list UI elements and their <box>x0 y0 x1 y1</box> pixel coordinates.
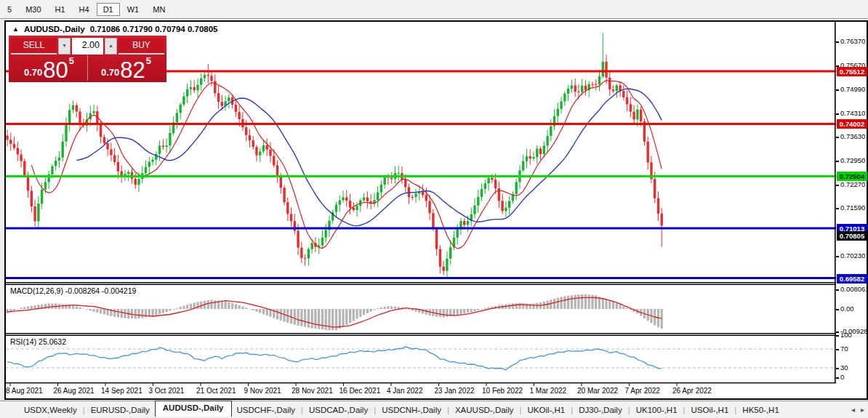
tab-usdcad-daily[interactable]: USDCAD-,Daily <box>304 403 373 417</box>
candle <box>560 97 562 113</box>
candle <box>113 148 116 165</box>
tab-usoil-h1[interactable]: USOil-,H1 <box>686 403 734 417</box>
axis-tick-mark <box>836 335 839 337</box>
candle <box>484 180 486 194</box>
macd-tick-label: 0.00 <box>840 305 854 313</box>
tab-scroll-left-icon[interactable]: ◂ <box>851 406 855 414</box>
candle <box>380 180 382 198</box>
candle <box>286 198 289 222</box>
candle <box>657 191 659 221</box>
tab-xauusd-daily[interactable]: XAUUSD-,Daily <box>450 403 519 417</box>
rsi-tick-label: 100 <box>840 331 852 339</box>
tab-eurusd-daily[interactable]: EURUSD-,Daily <box>86 403 155 417</box>
collapse-icon[interactable]: ▲ <box>12 25 19 33</box>
candle <box>180 103 182 119</box>
price-tick-label: 0.74990 <box>840 85 865 94</box>
price-tick-label: 0.76370 <box>840 37 865 46</box>
rsi-tick-label: 30 <box>840 363 848 372</box>
candle <box>259 148 261 162</box>
candle <box>228 94 230 108</box>
candle <box>321 230 324 249</box>
buy-price[interactable]: 0.70825 <box>87 55 164 81</box>
volume-decrease-button[interactable]: ▾ <box>58 38 71 55</box>
tab-hk50-h1[interactable]: HK50-,H1 <box>737 403 784 417</box>
candle <box>17 142 19 161</box>
candle <box>539 146 542 160</box>
tab-separator: | <box>628 406 630 414</box>
candle <box>481 183 483 201</box>
candle <box>487 176 489 190</box>
timeframe-w1[interactable]: W1 <box>121 3 146 16</box>
chart-window: 8 Aug 202126 Aug 202114 Sep 20213 Oct 20… <box>4 20 868 400</box>
tab-scroll-right-icon[interactable]: ▸ <box>861 406 864 414</box>
candle <box>345 190 347 207</box>
candle <box>647 137 649 170</box>
axis-tick-mark <box>836 368 839 369</box>
price-badge-074002: 0.74002 <box>837 119 867 129</box>
tab-separator: | <box>374 406 376 414</box>
axis-tick-mark <box>836 349 839 350</box>
timeframe-h1[interactable]: H1 <box>49 3 72 16</box>
candle <box>553 109 555 130</box>
tab-usdchf-daily[interactable]: USDCHF-,Daily <box>232 403 301 417</box>
tab-usdcnh-daily[interactable]: USDCNH-,Daily <box>377 403 446 417</box>
candle <box>563 92 566 106</box>
macd-layer <box>6 294 662 331</box>
tab-separator: | <box>83 406 85 414</box>
candle <box>408 184 410 204</box>
timeframe-5[interactable]: 5 <box>1 3 18 16</box>
timeframe-mn[interactable]: MN <box>146 3 172 16</box>
chart-symbol-label: AUDUSD-,Daily <box>24 25 85 33</box>
buy-button[interactable]: BUY <box>118 38 164 55</box>
trade-widget: SELL ▾ 2.00 ▴ BUY 0.70805 0.70825 <box>9 36 166 82</box>
candle <box>622 85 624 100</box>
volume-input[interactable]: 2.00 <box>72 38 103 55</box>
timeframe-m30[interactable]: M30 <box>19 3 47 16</box>
candle <box>526 149 528 168</box>
volume-increase-button[interactable]: ▴ <box>105 38 117 55</box>
candle <box>193 80 196 93</box>
candle <box>532 151 534 161</box>
axis-tick-mark <box>836 208 839 209</box>
chart-ohlc-values: 0.71086 0.71790 0.70794 0.70805 <box>90 25 218 33</box>
candle <box>501 193 503 214</box>
chart-title: ▲ AUDUSD-,Daily 0.71086 0.71790 0.70794 … <box>12 25 218 33</box>
candle <box>522 154 524 172</box>
sell-button[interactable]: SELL <box>11 38 57 55</box>
candle <box>172 116 174 135</box>
tab-separator: | <box>571 406 573 414</box>
candle <box>224 96 226 110</box>
candle <box>65 117 67 147</box>
tab-uk100-h1[interactable]: UK100-,H1 <box>631 403 683 417</box>
timeframe-h4[interactable]: H4 <box>73 3 96 16</box>
candle <box>598 70 600 91</box>
tab-audusd-daily[interactable]: AUDUSD-,Daily <box>155 401 232 417</box>
tab-ukoil-h1[interactable]: UKOil-,H1 <box>522 403 570 417</box>
candle <box>546 130 548 153</box>
candle <box>571 80 573 93</box>
candle <box>550 119 552 142</box>
candle <box>446 252 448 278</box>
candle <box>13 137 15 150</box>
candle <box>217 86 220 109</box>
candle <box>373 193 375 207</box>
sell-price[interactable]: 0.70805 <box>11 55 87 81</box>
candle <box>269 142 271 163</box>
candle <box>266 138 268 156</box>
candle <box>366 191 369 209</box>
candle <box>176 109 178 129</box>
candle <box>619 81 621 97</box>
candle <box>411 195 414 201</box>
candle <box>186 83 188 103</box>
tab-usdx-weekly[interactable]: USDX,Weekly <box>19 403 82 417</box>
axis-tick-mark <box>836 41 839 43</box>
axis-tick-mark <box>836 331 839 333</box>
candle <box>512 191 514 204</box>
candle <box>148 157 150 174</box>
tab-separator: | <box>519 406 521 414</box>
axis-tick-mark <box>836 289 839 291</box>
tab-dj30-daily[interactable]: DJ30-,Daily <box>574 403 627 417</box>
timeframe-d1[interactable]: D1 <box>97 3 120 16</box>
candle <box>414 189 417 203</box>
tab-separator: | <box>734 406 736 414</box>
